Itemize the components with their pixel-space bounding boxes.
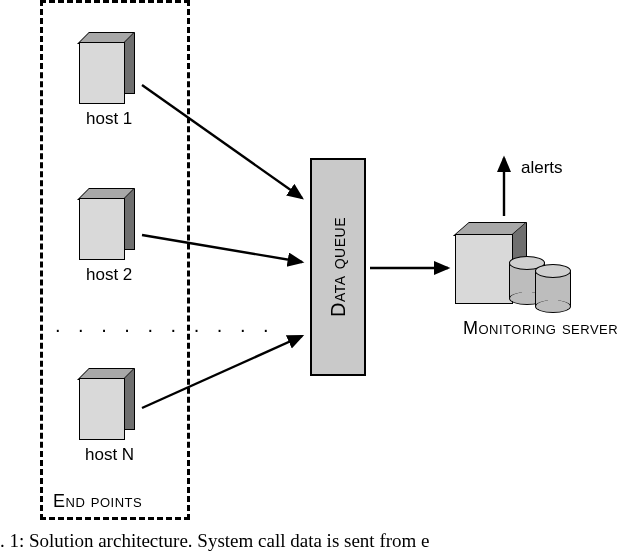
host-2-label: host 2 (86, 265, 132, 285)
host-n-icon (79, 368, 139, 440)
host-1-icon (79, 32, 139, 104)
figure-caption: . 1: Solution architecture. System call … (0, 530, 430, 552)
alerts-label: alerts (521, 158, 563, 178)
host-n-label: host N (85, 445, 134, 465)
endpoints-label: End points (53, 491, 142, 512)
host-1-label: host 1 (86, 109, 132, 129)
monitoring-server-label: Monitoring server (463, 318, 603, 339)
monitoring-server-icon (455, 222, 565, 316)
hosts-ellipsis: . . . . . . . . . . (55, 314, 275, 337)
data-queue-label: Data queue (327, 217, 350, 317)
host-2-icon (79, 188, 139, 260)
data-queue: Data queue (310, 158, 366, 376)
